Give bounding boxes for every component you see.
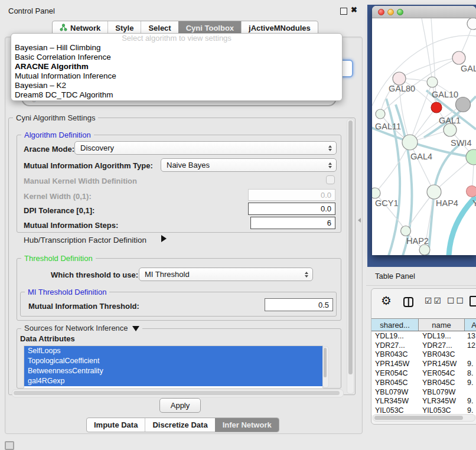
- tab-impute-data[interactable]: Impute Data: [87, 418, 145, 432]
- network-canvas[interactable]: GALGAL80GAL10GAL1GAL11SWI4GAL4GCY1HAP4YH…: [372, 18, 476, 255]
- expand-arrow-icon[interactable]: [161, 235, 167, 242]
- checked-columns-icon[interactable]: ☑☑: [425, 296, 443, 305]
- network-icon: [60, 24, 67, 33]
- network-node[interactable]: [401, 226, 411, 236]
- table-cell: YDR27...: [371, 341, 419, 350]
- table-cell: 9.: [465, 397, 476, 405]
- algorithm-option[interactable]: Mutual Information Inference: [11, 71, 342, 81]
- algorithm-option[interactable]: Basic Correlation Inference: [11, 53, 342, 62]
- mi-algorithm-type-label: Mutual Information Algorithm Type:: [24, 161, 153, 170]
- network-window-titlebar[interactable]: [372, 6, 476, 18]
- table-cell: YBL079W: [371, 388, 419, 396]
- attributes-list-scrollbar[interactable]: [322, 346, 329, 388]
- minimize-traffic-light-icon[interactable]: [387, 9, 394, 15]
- network-edge[interactable]: [375, 142, 410, 193]
- network-node[interactable]: [427, 77, 438, 87]
- hub-section-label[interactable]: Hub/Transcription Factor Definition: [24, 236, 146, 244]
- scrollbar-thumb[interactable]: [348, 120, 353, 374]
- network-node[interactable]: [467, 186, 476, 197]
- unchecked-columns-icon[interactable]: ☐☐: [447, 296, 465, 305]
- dpi-tolerance-input[interactable]: 0.0: [248, 203, 335, 215]
- column-header-partial[interactable]: A: [465, 319, 476, 331]
- aracne-mode-select[interactable]: Discovery: [74, 141, 337, 155]
- algorithm-option[interactable]: ARACNE Algorithm: [11, 62, 342, 71]
- close-icon[interactable]: ✖: [351, 5, 357, 14]
- table-row[interactable]: YBL079WYBL079W: [371, 387, 476, 397]
- network-node[interactable]: [467, 18, 476, 30]
- table-header-row: shared... name A: [371, 318, 476, 331]
- document-icon[interactable]: [470, 296, 476, 306]
- which-threshold-label: Which threshold to use:: [51, 270, 138, 279]
- scrollbar-thumb[interactable]: [14, 391, 340, 395]
- node-label: GAL: [461, 64, 476, 73]
- data-attribute-item[interactable]: TopologicalCoefficient: [24, 356, 322, 366]
- float-window-icon[interactable]: [340, 8, 347, 15]
- which-threshold-select[interactable]: MI Threshold: [139, 268, 313, 281]
- network-node[interactable]: [419, 244, 430, 255]
- network-node[interactable]: [376, 109, 385, 119]
- network-node[interactable]: [402, 135, 418, 150]
- table-row[interactable]: YPR145WYPR145W9.: [371, 359, 476, 369]
- settings-vertical-scrollbar[interactable]: [347, 119, 354, 394]
- algorithm-popup-list: Bayesian – Hill ClimbingBasic Correlatio…: [11, 43, 342, 100]
- mi-threshold-input[interactable]: 0.5: [265, 298, 333, 311]
- table-cell: YDR27...: [419, 341, 465, 350]
- network-node[interactable]: [427, 185, 441, 199]
- split-columns-icon[interactable]: [403, 297, 413, 307]
- node-label: Y: [472, 198, 476, 208]
- network-node[interactable]: [452, 51, 465, 64]
- network-node[interactable]: [444, 123, 457, 136]
- network-node[interactable]: [456, 97, 471, 112]
- table-row[interactable]: YDL19...YDL19...13: [371, 331, 476, 341]
- zoom-traffic-light-icon[interactable]: [397, 9, 403, 15]
- aracne-mode-label: Aracne Mode:: [24, 145, 74, 154]
- network-edge[interactable]: [422, 18, 432, 82]
- minimized-panel-icon[interactable]: [5, 441, 14, 450]
- scrollbar-thumb[interactable]: [374, 416, 463, 420]
- network-node[interactable]: [393, 72, 406, 85]
- control-panel-title: Control Panel: [8, 6, 55, 15]
- network-window[interactable]: GALGAL80GAL10GAL1GAL11SWI4GAL4GCY1HAP4YH…: [372, 6, 476, 255]
- tab-label: Network: [70, 24, 100, 32]
- network-node[interactable]: [372, 188, 380, 198]
- table-row[interactable]: YBR043CYBR043C: [371, 350, 476, 360]
- manual-kernel-checkbox[interactable]: [326, 175, 335, 184]
- settings-horizontal-scrollbar[interactable]: [12, 389, 344, 397]
- network-edge[interactable]: [410, 142, 434, 192]
- tab-infer-network[interactable]: Infer Network: [215, 418, 279, 432]
- gear-icon[interactable]: ⚙: [381, 294, 392, 308]
- close-traffic-light-icon[interactable]: [378, 9, 384, 15]
- data-attributes-list[interactable]: SelfLoopsTopologicalCoefficientBetweenne…: [24, 345, 323, 389]
- algorithm-definition-title: Algorithm Definition: [21, 131, 94, 139]
- mi-algorithm-type-select[interactable]: Naive Bayes: [161, 158, 337, 172]
- algorithm-option[interactable]: Dream8 DC_TDC Algorithm: [11, 90, 342, 100]
- tab-discretize-data[interactable]: Discretize Data: [145, 418, 214, 432]
- data-attribute-item[interactable]: SelfLoops: [24, 346, 322, 356]
- data-attribute-item[interactable]: BetweennessCentrality: [24, 366, 322, 376]
- node-label: GAL10: [432, 90, 458, 99]
- node-label: GAL11: [375, 122, 401, 131]
- application-window: Control Panel ✖ Network Style Select Cyn…: [0, 0, 476, 450]
- scrollbar-thumb[interactable]: [324, 348, 327, 377]
- table-panel-title: Table Panel: [375, 272, 415, 281]
- table-cell: YBR045C: [371, 379, 419, 387]
- node-label: GAL80: [389, 84, 415, 93]
- spinner-arrows-icon: [305, 272, 308, 278]
- table-row[interactable]: YDR27...YDR27...12: [371, 341, 476, 350]
- data-attribute-item[interactable]: gal4RGexp: [24, 376, 322, 386]
- table-row[interactable]: YER054CYER054C8.: [371, 369, 476, 378]
- table-row[interactable]: YLR345WYLR345W9.: [371, 397, 476, 406]
- algorithm-option[interactable]: Bayesian – Hill Climbing: [11, 43, 342, 53]
- column-header-name[interactable]: name: [419, 319, 465, 331]
- algorithm-option[interactable]: Bayesian – K2: [11, 81, 342, 90]
- dpi-tolerance-label: DPI Tolerance [0,1]:: [24, 206, 94, 215]
- table-cell: 9.: [465, 360, 476, 368]
- column-header-shared-name[interactable]: shared...: [371, 319, 419, 331]
- collapse-arrow-icon[interactable]: [132, 326, 139, 331]
- apply-button[interactable]: Apply: [159, 398, 201, 413]
- panel-splitter-handle[interactable]: [358, 218, 361, 223]
- network-node[interactable]: [431, 102, 442, 113]
- mi-steps-input[interactable]: 6: [250, 217, 335, 229]
- table-row[interactable]: YBR045CYBR045C9.: [371, 378, 476, 387]
- table-horizontal-scrollbar[interactable]: [373, 414, 475, 422]
